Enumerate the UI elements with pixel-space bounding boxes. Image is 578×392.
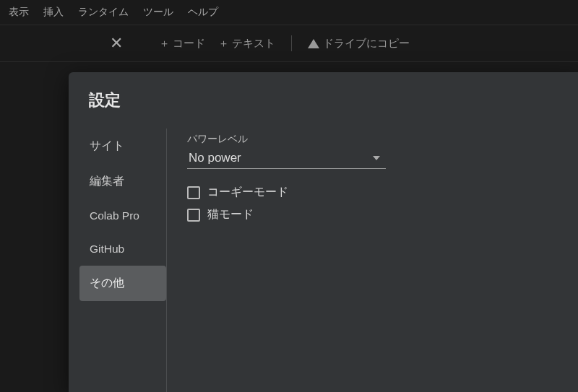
cat-mode-checkbox[interactable]: 猫モード [187,207,578,222]
close-icon[interactable]: ✕ [0,34,144,53]
menu-insert[interactable]: 挿入 [43,6,64,19]
checkbox-icon [187,186,200,199]
corgi-mode-label: コーギーモード [207,185,288,200]
corgi-mode-checkbox[interactable]: コーギーモード [187,185,578,200]
copy-to-drive-button[interactable]: ドライブにコピー [308,37,410,51]
copy-to-drive-label: ドライブにコピー [323,37,410,51]
toolbar: ✕ ＋ コード ＋ テキスト ドライブにコピー [0,25,578,62]
nav-site[interactable]: サイト [79,129,166,164]
toolbar-divider [291,35,292,51]
settings-body: サイト 編集者 Colab Pro GitHub その他 パワーレベル No p… [69,129,578,392]
chevron-down-icon [373,156,380,160]
toolbar-buttons: ＋ コード ＋ テキスト ドライブにコピー [144,35,410,51]
nav-other[interactable]: その他 [79,266,166,301]
power-level-value: No power [189,151,241,165]
nav-colab-pro[interactable]: Colab Pro [79,199,166,232]
power-level-dropdown[interactable]: No power [187,149,386,169]
nav-editor[interactable]: 編集者 [79,164,166,199]
add-text-label: ＋ テキスト [218,37,275,51]
menu-tools[interactable]: ツール [143,6,173,19]
add-code-button[interactable]: ＋ コード [159,37,205,51]
settings-nav: サイト 編集者 Colab Pro GitHub その他 [69,129,166,392]
checkbox-icon [187,209,200,222]
settings-title: 設定 [69,90,578,129]
nav-github[interactable]: GitHub [79,232,166,266]
add-code-label: ＋ コード [159,37,205,51]
power-level-label: パワーレベル [187,133,578,146]
settings-dialog: 設定 サイト 編集者 Colab Pro GitHub その他 パワーレベル N… [69,72,578,392]
settings-content: パワーレベル No power コーギーモード 猫モード [166,129,578,392]
menubar: 表示 挿入 ランタイム ツール ヘルプ [0,0,578,25]
menu-help[interactable]: ヘルプ [188,6,218,19]
add-text-button[interactable]: ＋ テキスト [218,37,275,51]
drive-icon [308,39,319,48]
menu-runtime[interactable]: ランタイム [78,6,129,19]
menu-view[interactable]: 表示 [9,6,29,19]
cat-mode-label: 猫モード [207,207,254,222]
